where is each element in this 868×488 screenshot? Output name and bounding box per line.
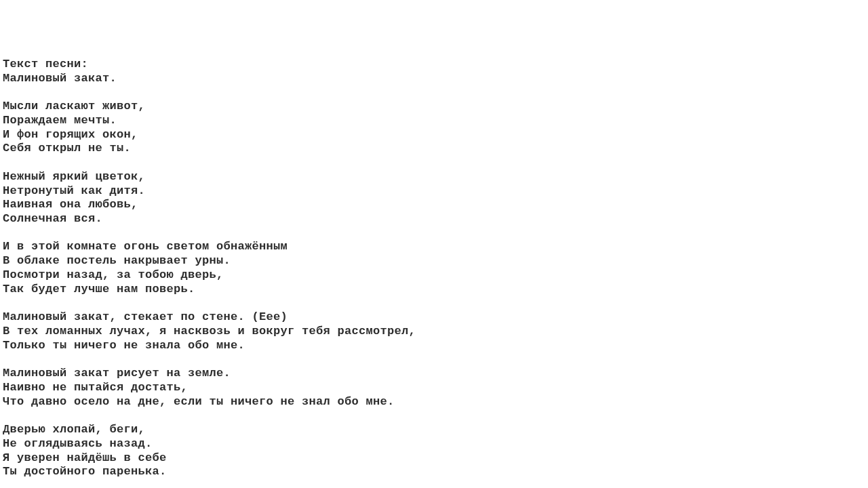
stanza-line: Себя открыл не ты. [3, 142, 131, 155]
stanza-line: В тех ломанных лучах, я насквозь и вокру… [3, 325, 416, 338]
stanza-line: Наивная она любовь, [3, 198, 138, 211]
stanza-line: Наивно не пытайся достать, [3, 381, 188, 394]
stanza-line: Ты достойного паренька. [3, 465, 167, 478]
stanza-line: Нетронутый как дитя. [3, 184, 145, 197]
stanza-line: Пораждаем мечты. [3, 114, 117, 127]
stanza-line: Только ты ничего не знала обо мне. [3, 339, 245, 352]
stanza-line: В облаке постель накрывает урны. [3, 254, 231, 267]
lyrics-container: Текст песни: Малиновый закат. Мысли ласк… [3, 58, 868, 488]
stanza-line: И в этой комнате огонь светом обнажённым [3, 240, 288, 253]
stanza-line: Так будет лучше нам поверь. [3, 283, 195, 296]
stanza-line: Не оглядываясь назад. [3, 437, 153, 450]
song-title: Малиновый закат. [3, 72, 117, 85]
stanza-line: Нежный яркий цветок, [3, 170, 145, 183]
stanza-line: И фон горящих окон, [3, 128, 138, 141]
stanza-line: Малиновый закат рисует на земле. [3, 367, 231, 380]
stanza-line: Я уверен найдёшь в себе [3, 451, 167, 464]
stanza-line: Посмотри назад, за тобою дверь, [3, 268, 224, 281]
stanza-line: Что давно осело на дне, если ты ничего н… [3, 395, 395, 408]
stanza-line: Мысли ласкают живот, [3, 100, 145, 113]
stanza-line: Малиновый закат, стекает по стене. (Еее) [3, 310, 288, 323]
lyrics-header-label: Текст песни: [3, 58, 88, 70]
stanza-line: Дверью хлопай, беги, [3, 423, 145, 436]
stanza-line: Солнечная вся. [3, 212, 102, 225]
